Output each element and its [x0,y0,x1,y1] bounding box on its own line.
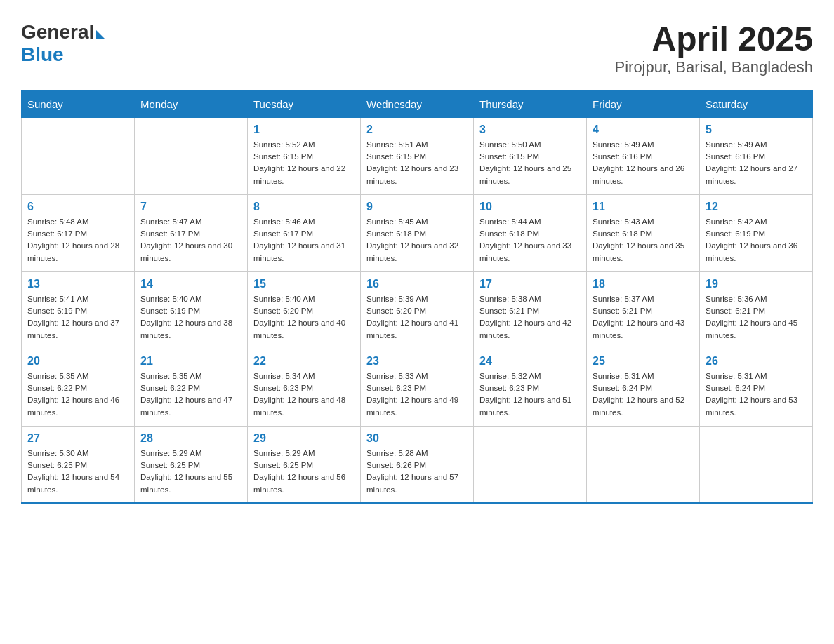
calendar-cell: 26Sunrise: 5:31 AMSunset: 6:24 PMDayligh… [700,349,813,426]
calendar-cell: 17Sunrise: 5:38 AMSunset: 6:21 PMDayligh… [474,271,587,349]
cell-date-number: 27 [27,432,128,445]
cell-date-number: 16 [366,278,468,290]
cell-date-number: 5 [706,123,807,136]
cell-sun-info: Sunrise: 5:42 AMSunset: 6:19 PMDaylight:… [706,216,807,264]
cell-date-number: 29 [253,432,355,445]
weekday-header-thursday: Thursday [474,90,587,117]
calendar-cell: 7Sunrise: 5:47 AMSunset: 6:17 PMDaylight… [135,194,248,271]
cell-date-number: 8 [253,201,355,213]
cell-sun-info: Sunrise: 5:50 AMSunset: 6:15 PMDaylight:… [479,139,581,187]
weekday-header-tuesday: Tuesday [248,90,361,117]
calendar-week-1: 1Sunrise: 5:52 AMSunset: 6:15 PMDaylight… [22,117,813,194]
calendar-cell: 18Sunrise: 5:37 AMSunset: 6:21 PMDayligh… [587,271,700,349]
weekday-header-saturday: Saturday [700,90,813,117]
calendar-cell [700,426,813,503]
calendar-cell: 13Sunrise: 5:41 AMSunset: 6:19 PMDayligh… [22,271,135,349]
cell-date-number: 21 [140,355,241,368]
calendar-cell: 22Sunrise: 5:34 AMSunset: 6:23 PMDayligh… [248,349,361,426]
cell-sun-info: Sunrise: 5:43 AMSunset: 6:18 PMDaylight:… [593,216,694,264]
calendar-table: SundayMondayTuesdayWednesdayThursdayFrid… [21,90,813,504]
cell-date-number: 19 [706,278,807,290]
calendar-cell: 3Sunrise: 5:50 AMSunset: 6:15 PMDaylight… [474,117,587,194]
calendar-cell: 23Sunrise: 5:33 AMSunset: 6:23 PMDayligh… [361,349,474,426]
cell-date-number: 24 [479,355,581,368]
calendar-cell [135,117,248,194]
calendar-cell: 15Sunrise: 5:40 AMSunset: 6:20 PMDayligh… [248,271,361,349]
calendar-cell: 1Sunrise: 5:52 AMSunset: 6:15 PMDaylight… [248,117,361,194]
logo-general-text: General [21,21,94,43]
cell-sun-info: Sunrise: 5:40 AMSunset: 6:19 PMDaylight:… [140,293,241,342]
calendar-cell: 11Sunrise: 5:43 AMSunset: 6:18 PMDayligh… [587,194,700,271]
calendar-cell: 12Sunrise: 5:42 AMSunset: 6:19 PMDayligh… [700,194,813,271]
cell-date-number: 11 [593,201,694,213]
cell-date-number: 2 [366,123,468,136]
cell-sun-info: Sunrise: 5:41 AMSunset: 6:19 PMDaylight:… [27,293,128,342]
cell-date-number: 15 [253,278,355,290]
logo: General Blue [21,21,105,66]
cell-date-number: 9 [366,201,468,213]
cell-date-number: 17 [479,278,581,290]
weekday-header-friday: Friday [587,90,700,117]
cell-date-number: 1 [253,123,355,136]
cell-date-number: 6 [27,201,128,213]
cell-date-number: 23 [366,355,468,368]
calendar-week-3: 13Sunrise: 5:41 AMSunset: 6:19 PMDayligh… [22,271,813,349]
logo-blue-text: Blue [21,43,64,66]
cell-date-number: 10 [479,201,581,213]
cell-sun-info: Sunrise: 5:33 AMSunset: 6:23 PMDaylight:… [366,370,468,419]
calendar-cell: 27Sunrise: 5:30 AMSunset: 6:25 PMDayligh… [22,426,135,503]
cell-sun-info: Sunrise: 5:40 AMSunset: 6:20 PMDaylight:… [253,293,355,342]
calendar-cell: 8Sunrise: 5:46 AMSunset: 6:17 PMDaylight… [248,194,361,271]
cell-date-number: 28 [140,432,241,445]
cell-sun-info: Sunrise: 5:35 AMSunset: 6:22 PMDaylight:… [27,370,128,419]
cell-sun-info: Sunrise: 5:32 AMSunset: 6:23 PMDaylight:… [479,370,581,419]
calendar-title: April 2025 [615,21,814,58]
cell-date-number: 13 [27,278,128,290]
cell-sun-info: Sunrise: 5:47 AMSunset: 6:17 PMDaylight:… [140,216,241,264]
calendar-cell: 19Sunrise: 5:36 AMSunset: 6:21 PMDayligh… [700,271,813,349]
cell-sun-info: Sunrise: 5:51 AMSunset: 6:15 PMDaylight:… [366,139,468,187]
calendar-cell: 9Sunrise: 5:45 AMSunset: 6:18 PMDaylight… [361,194,474,271]
cell-date-number: 12 [706,201,807,213]
cell-date-number: 4 [593,123,694,136]
cell-sun-info: Sunrise: 5:34 AMSunset: 6:23 PMDaylight:… [253,370,355,419]
cell-sun-info: Sunrise: 5:38 AMSunset: 6:21 PMDaylight:… [479,293,581,342]
calendar-week-4: 20Sunrise: 5:35 AMSunset: 6:22 PMDayligh… [22,349,813,426]
calendar-cell [474,426,587,503]
cell-date-number: 7 [140,201,241,213]
cell-sun-info: Sunrise: 5:48 AMSunset: 6:17 PMDaylight:… [27,216,128,264]
cell-sun-info: Sunrise: 5:46 AMSunset: 6:17 PMDaylight:… [253,216,355,264]
cell-sun-info: Sunrise: 5:39 AMSunset: 6:20 PMDaylight:… [366,293,468,342]
calendar-cell: 20Sunrise: 5:35 AMSunset: 6:22 PMDayligh… [22,349,135,426]
cell-sun-info: Sunrise: 5:52 AMSunset: 6:15 PMDaylight:… [253,139,355,187]
cell-sun-info: Sunrise: 5:29 AMSunset: 6:25 PMDaylight:… [253,448,355,496]
calendar-cell: 2Sunrise: 5:51 AMSunset: 6:15 PMDaylight… [361,117,474,194]
calendar-cell: 6Sunrise: 5:48 AMSunset: 6:17 PMDaylight… [22,194,135,271]
calendar-cell: 4Sunrise: 5:49 AMSunset: 6:16 PMDaylight… [587,117,700,194]
cell-sun-info: Sunrise: 5:49 AMSunset: 6:16 PMDaylight:… [706,139,807,187]
cell-date-number: 26 [706,355,807,368]
weekday-header-wednesday: Wednesday [361,90,474,117]
calendar-cell: 24Sunrise: 5:32 AMSunset: 6:23 PMDayligh… [474,349,587,426]
calendar-week-5: 27Sunrise: 5:30 AMSunset: 6:25 PMDayligh… [22,426,813,503]
cell-sun-info: Sunrise: 5:28 AMSunset: 6:26 PMDaylight:… [366,448,468,496]
cell-sun-info: Sunrise: 5:31 AMSunset: 6:24 PMDaylight:… [706,370,807,419]
page-header: General Blue April 2025 Pirojpur, Barisa… [21,21,813,76]
cell-sun-info: Sunrise: 5:37 AMSunset: 6:21 PMDaylight:… [593,293,694,342]
cell-date-number: 22 [253,355,355,368]
calendar-cell: 28Sunrise: 5:29 AMSunset: 6:25 PMDayligh… [135,426,248,503]
cell-sun-info: Sunrise: 5:30 AMSunset: 6:25 PMDaylight:… [27,448,128,496]
weekday-header-sunday: Sunday [22,90,135,117]
calendar-cell: 25Sunrise: 5:31 AMSunset: 6:24 PMDayligh… [587,349,700,426]
calendar-location: Pirojpur, Barisal, Bangladesh [615,58,814,76]
cell-date-number: 14 [140,278,241,290]
title-block: April 2025 Pirojpur, Barisal, Bangladesh [615,21,814,76]
cell-sun-info: Sunrise: 5:29 AMSunset: 6:25 PMDaylight:… [140,448,241,496]
calendar-week-2: 6Sunrise: 5:48 AMSunset: 6:17 PMDaylight… [22,194,813,271]
calendar-cell: 29Sunrise: 5:29 AMSunset: 6:25 PMDayligh… [248,426,361,503]
cell-sun-info: Sunrise: 5:36 AMSunset: 6:21 PMDaylight:… [706,293,807,342]
cell-date-number: 25 [593,355,694,368]
cell-sun-info: Sunrise: 5:44 AMSunset: 6:18 PMDaylight:… [479,216,581,264]
cell-date-number: 20 [27,355,128,368]
cell-sun-info: Sunrise: 5:45 AMSunset: 6:18 PMDaylight:… [366,216,468,264]
